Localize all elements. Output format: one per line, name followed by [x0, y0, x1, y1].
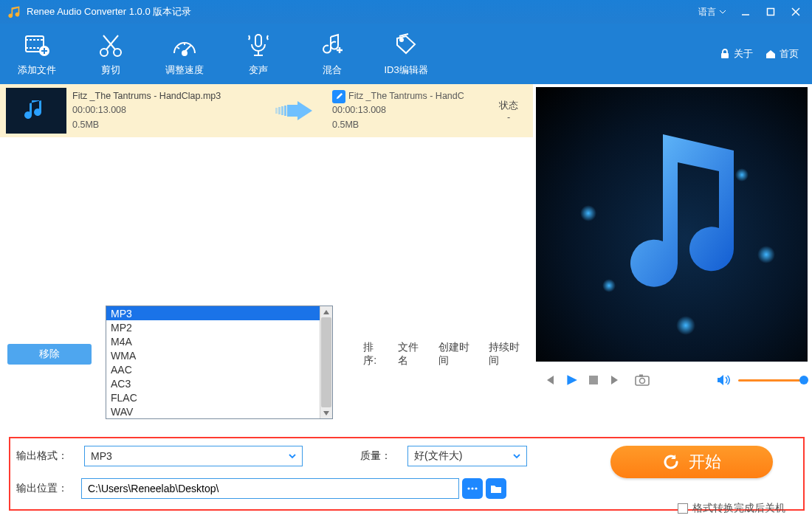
dest-meta: Fitz _The Tantrums - HandC 00:00:13.008 … [329, 89, 484, 132]
svg-rect-30 [589, 376, 598, 384]
shutdown-after-row[interactable]: 格式转换完成后关机 [678, 502, 785, 515]
edit-icon[interactable] [332, 90, 345, 103]
maximize-icon [766, 7, 775, 16]
remove-button[interactable]: 移除 [7, 344, 92, 365]
state-column: 状态 - [484, 100, 533, 123]
scroll-up-icon[interactable] [320, 306, 332, 317]
svg-point-34 [467, 487, 469, 489]
svg-rect-25 [275, 108, 278, 114]
music-note-icon [21, 96, 51, 125]
format-option[interactable]: AAC [106, 362, 320, 376]
id3-label: ID3编辑器 [384, 63, 427, 77]
source-meta: Fitz _The Tantrums - HandClap.mp3 00:00:… [69, 89, 261, 132]
chevron-down-icon [289, 452, 296, 460]
format-option[interactable]: MP2 [106, 320, 320, 334]
output-location-input[interactable] [81, 478, 459, 499]
source-filename: Fitz _The Tantrums - HandClap.mp3 [72, 89, 261, 103]
file-row[interactable]: Fitz _The Tantrums - HandClap.mp3 00:00:… [0, 84, 533, 139]
language-button[interactable]: 语言 [694, 6, 731, 18]
volume-knob[interactable] [799, 376, 808, 384]
chevron-down-icon [719, 10, 726, 14]
format-option[interactable]: MP3 [106, 306, 320, 320]
voice-button[interactable]: 变声 [221, 24, 295, 84]
svg-rect-18 [255, 35, 261, 46]
home-label: 首页 [780, 47, 799, 61]
id3-editor-button[interactable]: ID3编辑器 [369, 24, 443, 84]
ellipsis-icon [467, 486, 478, 491]
svg-point-10 [100, 49, 108, 56]
dest-filename: Fitz _The Tantrums - HandC [348, 89, 464, 103]
volume-button[interactable] [715, 371, 732, 389]
file-pane: Fitz _The Tantrums - HandClap.mp3 00:00:… [0, 84, 533, 398]
format-option[interactable]: WMA [106, 348, 320, 362]
music-note-icon [623, 134, 749, 297]
popup-scrollbar[interactable] [320, 306, 332, 418]
player-controls [533, 365, 812, 396]
snapshot-button[interactable] [633, 371, 651, 389]
minimize-button[interactable] [735, 3, 756, 21]
close-button[interactable] [785, 3, 806, 21]
start-label: 开始 [689, 451, 721, 473]
svg-rect-1 [768, 9, 774, 15]
format-option[interactable]: FLAC [106, 390, 320, 404]
dest-size: 0.5MB [332, 118, 484, 132]
play-button[interactable] [562, 371, 580, 389]
svg-point-36 [475, 487, 477, 489]
volume-slider[interactable] [738, 379, 805, 382]
sort-by-created[interactable]: 创建时间 [438, 341, 475, 368]
svg-line-13 [103, 35, 115, 49]
prev-button[interactable] [540, 371, 558, 389]
sort-by-duration[interactable]: 持续时间 [489, 341, 526, 368]
shutdown-checkbox[interactable] [678, 503, 688, 514]
quality-combo[interactable]: 好(文件大) [407, 446, 527, 466]
format-option[interactable]: WAV [106, 404, 320, 418]
folder-icon [490, 483, 502, 494]
output-format-combo[interactable]: MP3 [84, 446, 303, 466]
add-file-button[interactable]: 添加文件 [0, 24, 74, 84]
output-location-label: 输出位置： [16, 482, 78, 495]
cut-label: 剪切 [101, 63, 120, 77]
mix-icon [317, 31, 347, 61]
start-button[interactable]: 开始 [610, 446, 773, 478]
cut-button[interactable]: 剪切 [74, 24, 148, 84]
voice-label: 变声 [249, 63, 268, 77]
dest-duration: 00:00:13.008 [332, 103, 484, 117]
sort-by-name[interactable]: 文件名 [398, 341, 425, 368]
format-options-list: MP3 MP2 M4A WMA AAC AC3 FLAC WAV [106, 306, 320, 418]
file-list: Fitz _The Tantrums - HandClap.mp3 00:00:… [0, 84, 533, 341]
format-option[interactable]: AC3 [106, 376, 320, 390]
more-button[interactable] [462, 478, 483, 499]
minimize-icon [741, 7, 750, 16]
about-button[interactable]: 关于 [719, 47, 753, 61]
maximize-button[interactable] [760, 3, 781, 21]
microphone-icon [244, 31, 273, 61]
lock-icon [719, 48, 731, 60]
scroll-down-icon[interactable] [320, 407, 332, 418]
mix-button[interactable]: 混合 [295, 24, 369, 84]
state-header: 状态 [484, 100, 533, 112]
add-file-label: 添加文件 [18, 63, 56, 77]
scroll-thumb[interactable] [321, 317, 331, 407]
svg-rect-27 [281, 106, 283, 115]
arrow-icon [261, 101, 329, 120]
add-file-icon [22, 31, 52, 61]
open-folder-button[interactable] [486, 478, 506, 499]
file-thumbnail [6, 88, 66, 134]
svg-rect-26 [278, 107, 281, 114]
state-value: - [484, 112, 533, 123]
svg-rect-33 [639, 375, 643, 377]
sort-label: 排序: [363, 341, 384, 368]
about-label: 关于 [734, 47, 753, 61]
speed-button[interactable]: 调整速度 [148, 24, 221, 84]
svg-rect-28 [284, 106, 286, 116]
svg-point-35 [471, 487, 473, 489]
stop-button[interactable] [585, 371, 602, 389]
next-button[interactable] [607, 371, 625, 389]
format-option[interactable]: M4A [106, 334, 320, 348]
home-button[interactable]: 首页 [765, 47, 799, 61]
svg-line-16 [177, 47, 179, 49]
output-format-label: 输出格式： [16, 449, 78, 463]
toolbar: 添加文件 剪切 调整速度 变声 混合 [0, 24, 812, 84]
app-icon [6, 4, 21, 19]
window-title: Renee Audio Converter 1.0.0 版本记录 [27, 5, 694, 18]
